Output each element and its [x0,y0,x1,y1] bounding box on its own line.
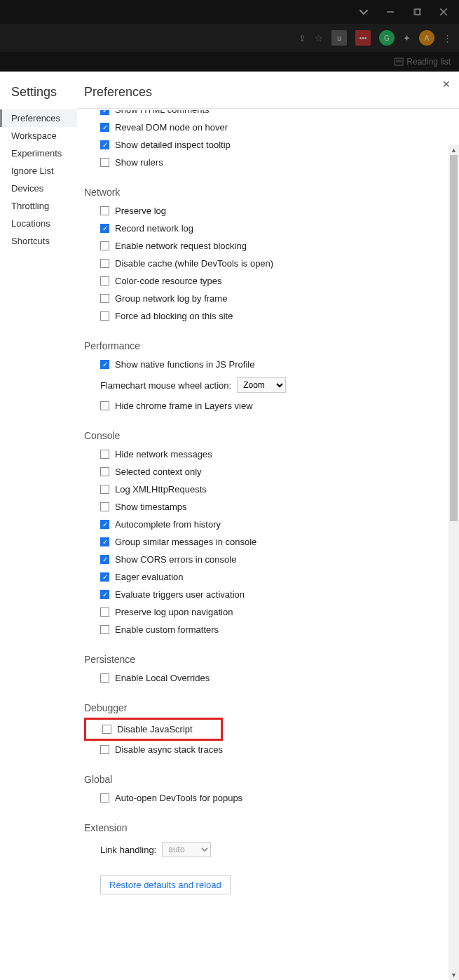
checkbox[interactable] [100,590,109,599]
checkbox[interactable] [102,725,111,734]
setting-show-cors-errors[interactable]: Show CORS errors in console [84,551,420,568]
setting-disable-javascript[interactable]: Disable JavaScript [86,724,193,734]
setting-local-overrides[interactable]: Enable Local Overrides [84,669,420,687]
setting-enable-blocking[interactable]: Enable network request blocking [84,237,420,255]
sidebar-item-shortcuts[interactable]: Shortcuts [0,232,77,250]
reading-list-icon[interactable]: Reading list [394,57,451,67]
sidebar-item-ignore-list[interactable]: Ignore List [0,162,77,180]
setting-auto-open-devtools[interactable]: Auto-open DevTools for popups [84,789,420,807]
setting-disable-async-stack[interactable]: Disable async stack traces [84,741,420,758]
checkbox[interactable] [100,110,109,115]
setting-selected-context[interactable]: Selected context only [84,463,420,481]
setting-hide-chrome-frame[interactable]: Hide chrome frame in Layers view [84,397,420,415]
checkbox[interactable] [100,224,109,233]
checkbox[interactable] [100,467,109,476]
checkbox[interactable] [100,485,109,494]
restore-defaults-button[interactable]: Restore defaults and reload [100,875,231,894]
setting-autocomplete-history[interactable]: Autocomplete from history [84,516,420,533]
maximize-icon[interactable] [411,6,423,18]
setting-preserve-log[interactable]: Preserve log [84,202,420,220]
checkbox[interactable] [100,555,109,564]
setting-native-functions[interactable]: Show native functions in JS Profile [84,356,420,373]
sidebar-item-preferences[interactable]: Preferences [0,109,77,127]
preferences-content[interactable]: Show HTML comments Reveal DOM node on ho… [77,108,459,980]
settings-heading: Settings [11,85,84,100]
scroll-thumb[interactable] [450,155,458,521]
avatar[interactable]: A [419,30,434,46]
sidebar-item-workspace[interactable]: Workspace [0,127,77,145]
scrollbar[interactable]: ▲ ▼ [448,145,459,980]
checkbox[interactable] [100,311,109,321]
checkbox[interactable] [100,520,109,529]
setting-show-rulers[interactable]: Show rulers [84,154,420,171]
setting-log-xhr[interactable]: Log XMLHttpRequests [84,481,420,498]
chevron-down-icon[interactable] [358,6,369,18]
setting-flamechart-wheel: Flamechart mouse wheel action: Zoom [84,373,420,397]
browser-toolbar: ⇪ ☆ u ••• G ✦ A ⋮ [0,24,459,52]
page-title: Preferences [84,85,152,100]
menu-dots-icon[interactable]: ⋮ [443,33,452,43]
section-global-title: Global [84,774,420,785]
bookmarks-bar: Reading list [0,52,459,72]
close-icon[interactable] [438,6,449,18]
setting-preserve-log-nav[interactable]: Preserve log upon navigation [84,603,420,621]
checkbox[interactable] [100,259,109,268]
extensions-puzzle-icon[interactable]: ✦ [403,33,411,43]
setting-inspect-tooltip[interactable]: Show detailed inspect tooltip [84,136,420,154]
checkbox[interactable] [100,401,109,410]
sidebar-item-throttling[interactable]: Throttling [0,197,77,215]
checkbox[interactable] [100,793,109,803]
setting-eval-user-activation[interactable]: Evaluate triggers user activation [84,586,420,603]
setting-force-adblock[interactable]: Force ad blocking on this site [84,307,420,325]
devtools-settings-panel: ✕ Settings Preferences Preferences Works… [0,72,459,980]
checkbox[interactable] [100,502,109,511]
checkbox[interactable] [100,276,109,286]
checkbox[interactable] [100,360,109,369]
checkbox[interactable] [100,206,109,215]
sidebar-item-devices[interactable]: Devices [0,180,77,197]
extension-ublock-icon[interactable]: u [331,30,347,46]
setting-color-code-types[interactable]: Color-code resource types [84,272,420,290]
extension-red-icon[interactable]: ••• [355,30,371,46]
sidebar-item-locations[interactable]: Locations [0,215,77,232]
minimize-icon[interactable] [385,6,396,18]
close-settings-button[interactable]: ✕ [442,79,451,90]
setting-eager-evaluation[interactable]: Eager evaluation [84,568,420,586]
checkbox[interactable] [100,673,109,683]
settings-sidebar: Preferences Workspace Experiments Ignore… [0,108,77,980]
share-icon[interactable]: ⇪ [299,33,306,43]
window-titlebar [0,0,459,24]
scroll-down-arrow[interactable]: ▼ [448,969,459,980]
checkbox[interactable] [100,572,109,582]
setting-show-timestamps[interactable]: Show timestamps [84,498,420,516]
checkbox[interactable] [100,123,109,132]
flamechart-wheel-select[interactable]: Zoom [237,377,286,393]
section-persistence-title: Persistence [84,654,420,665]
setting-link-handling: Link handling: auto [84,838,420,861]
setting-reveal-dom-hover[interactable]: Reveal DOM node on hover [84,119,420,136]
checkbox[interactable] [100,241,109,250]
checkbox[interactable] [100,608,109,617]
checkbox[interactable] [100,294,109,303]
setting-hide-network-messages[interactable]: Hide network messages [84,445,420,463]
reading-list-label: Reading list [406,57,451,67]
checkbox[interactable] [100,140,109,149]
setting-disable-cache[interactable]: Disable cache (while DevTools is open) [84,255,420,272]
scroll-up-arrow[interactable]: ▲ [448,145,459,155]
setting-record-network-log[interactable]: Record network log [84,220,420,237]
setting-custom-formatters[interactable]: Enable custom formatters [84,621,420,638]
setting-group-by-frame[interactable]: Group network log by frame [84,290,420,307]
checkbox[interactable] [100,745,109,754]
checkbox[interactable] [100,158,109,167]
extension-green-icon[interactable]: G [379,30,395,46]
section-network-title: Network [84,187,420,198]
setting-show-html-comments[interactable]: Show HTML comments [84,110,420,119]
checkbox[interactable] [100,625,109,634]
link-handling-select[interactable]: auto [162,842,211,857]
setting-group-messages[interactable]: Group similar messages in console [84,533,420,551]
section-debugger-title: Debugger [84,702,420,713]
sidebar-item-experiments[interactable]: Experiments [0,145,77,162]
star-icon[interactable]: ☆ [315,33,323,43]
checkbox[interactable] [100,450,109,459]
checkbox[interactable] [100,537,109,546]
